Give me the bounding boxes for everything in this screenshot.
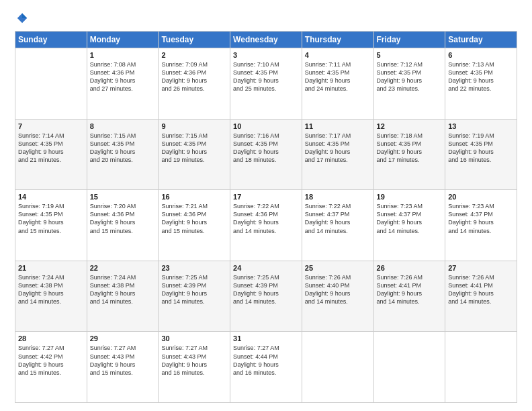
cell-info: Sunrise: 7:11 AMSunset: 4:35 PMDaylight:…: [305, 60, 371, 93]
day-number: 17: [233, 193, 299, 201]
cell-info: Sunrise: 7:16 AMSunset: 4:35 PMDaylight:…: [233, 132, 299, 165]
cell-info: Sunrise: 7:09 AMSunset: 4:36 PMDaylight:…: [161, 60, 227, 93]
cell-info: Sunrise: 7:15 AMSunset: 4:35 PMDaylight:…: [90, 132, 156, 165]
cell-info: Sunrise: 7:14 AMSunset: 4:35 PMDaylight:…: [18, 132, 84, 165]
day-number: 30: [161, 334, 227, 342]
calendar-day-header: Thursday: [302, 32, 373, 48]
calendar-day-header: Friday: [373, 32, 445, 48]
calendar-week-row: 7Sunrise: 7:14 AMSunset: 4:35 PMDaylight…: [15, 119, 517, 190]
calendar-cell: [302, 332, 373, 403]
day-number: 10: [233, 122, 299, 130]
calendar-day-header: Tuesday: [159, 32, 230, 48]
calendar-cell: 14Sunrise: 7:19 AMSunset: 4:35 PMDayligh…: [15, 190, 87, 261]
day-number: 26: [377, 264, 443, 272]
calendar-cell: 28Sunrise: 7:27 AMSunset: 4:42 PMDayligh…: [15, 332, 87, 403]
day-number: 20: [448, 193, 514, 201]
calendar-cell: 8Sunrise: 7:15 AMSunset: 4:35 PMDaylight…: [87, 119, 159, 190]
day-number: 5: [377, 51, 443, 59]
cell-info: Sunrise: 7:24 AMSunset: 4:38 PMDaylight:…: [90, 273, 156, 306]
day-number: 1: [90, 51, 156, 59]
cell-info: Sunrise: 7:23 AMSunset: 4:37 PMDaylight:…: [448, 202, 514, 235]
day-number: 14: [18, 193, 84, 201]
calendar-cell: 22Sunrise: 7:24 AMSunset: 4:38 PMDayligh…: [87, 261, 159, 332]
cell-info: Sunrise: 7:18 AMSunset: 4:35 PMDaylight:…: [377, 132, 443, 165]
calendar-cell: 4Sunrise: 7:11 AMSunset: 4:35 PMDaylight…: [302, 48, 373, 120]
calendar-header-row: SundayMondayTuesdayWednesdayThursdayFrid…: [15, 32, 517, 48]
day-number: 6: [448, 51, 514, 59]
day-number: 29: [90, 334, 156, 342]
page: SundayMondayTuesdayWednesdayThursdayFrid…: [0, 0, 532, 411]
cell-info: Sunrise: 7:27 AMSunset: 4:43 PMDaylight:…: [90, 344, 156, 377]
cell-info: Sunrise: 7:22 AMSunset: 4:36 PMDaylight:…: [233, 202, 299, 235]
calendar-cell: 13Sunrise: 7:19 AMSunset: 4:35 PMDayligh…: [445, 119, 517, 190]
calendar-week-row: 28Sunrise: 7:27 AMSunset: 4:42 PMDayligh…: [15, 332, 517, 403]
logo-icon: [16, 12, 28, 24]
day-number: 4: [305, 51, 371, 59]
header: [15, 12, 517, 24]
cell-info: Sunrise: 7:27 AMSunset: 4:44 PMDaylight:…: [233, 344, 299, 377]
calendar-cell: 5Sunrise: 7:12 AMSunset: 4:35 PMDaylight…: [373, 48, 445, 120]
day-number: 2: [161, 51, 227, 59]
cell-info: Sunrise: 7:26 AMSunset: 4:41 PMDaylight:…: [448, 273, 514, 306]
cell-info: Sunrise: 7:27 AMSunset: 4:43 PMDaylight:…: [161, 344, 227, 377]
day-number: 9: [161, 122, 227, 130]
calendar-cell: 23Sunrise: 7:25 AMSunset: 4:39 PMDayligh…: [159, 261, 230, 332]
calendar-cell: 7Sunrise: 7:14 AMSunset: 4:35 PMDaylight…: [15, 119, 87, 190]
calendar-cell: 27Sunrise: 7:26 AMSunset: 4:41 PMDayligh…: [445, 261, 517, 332]
calendar-cell: 25Sunrise: 7:26 AMSunset: 4:40 PMDayligh…: [302, 261, 373, 332]
day-number: 27: [448, 264, 514, 272]
calendar-cell: 15Sunrise: 7:20 AMSunset: 4:36 PMDayligh…: [87, 190, 159, 261]
calendar-cell: 6Sunrise: 7:13 AMSunset: 4:35 PMDaylight…: [445, 48, 517, 120]
cell-info: Sunrise: 7:12 AMSunset: 4:35 PMDaylight:…: [377, 60, 443, 93]
calendar-cell: 3Sunrise: 7:10 AMSunset: 4:35 PMDaylight…: [230, 48, 302, 120]
calendar-day-header: Wednesday: [230, 32, 302, 48]
day-number: 16: [161, 193, 227, 201]
day-number: 31: [233, 334, 299, 342]
calendar-cell: 16Sunrise: 7:21 AMSunset: 4:36 PMDayligh…: [159, 190, 230, 261]
day-number: 12: [377, 122, 443, 130]
calendar-cell: 19Sunrise: 7:23 AMSunset: 4:37 PMDayligh…: [373, 190, 445, 261]
cell-info: Sunrise: 7:25 AMSunset: 4:39 PMDaylight:…: [161, 273, 227, 306]
cell-info: Sunrise: 7:19 AMSunset: 4:35 PMDaylight:…: [18, 202, 84, 235]
cell-info: Sunrise: 7:10 AMSunset: 4:35 PMDaylight:…: [233, 60, 299, 93]
calendar-cell: 10Sunrise: 7:16 AMSunset: 4:35 PMDayligh…: [230, 119, 302, 190]
day-number: 25: [305, 264, 371, 272]
day-number: 24: [233, 264, 299, 272]
day-number: 15: [90, 193, 156, 201]
calendar-cell: [373, 332, 445, 403]
cell-info: Sunrise: 7:25 AMSunset: 4:39 PMDaylight:…: [233, 273, 299, 306]
cell-info: Sunrise: 7:21 AMSunset: 4:36 PMDaylight:…: [161, 202, 227, 235]
cell-info: Sunrise: 7:23 AMSunset: 4:37 PMDaylight:…: [377, 202, 443, 235]
day-number: 3: [233, 51, 299, 59]
day-number: 8: [90, 122, 156, 130]
calendar-cell: 2Sunrise: 7:09 AMSunset: 4:36 PMDaylight…: [159, 48, 230, 120]
calendar-cell: 18Sunrise: 7:22 AMSunset: 4:37 PMDayligh…: [302, 190, 373, 261]
logo: [15, 12, 28, 24]
day-number: 19: [377, 193, 443, 201]
day-number: 18: [305, 193, 371, 201]
cell-info: Sunrise: 7:27 AMSunset: 4:42 PMDaylight:…: [18, 344, 84, 377]
calendar-cell: 29Sunrise: 7:27 AMSunset: 4:43 PMDayligh…: [87, 332, 159, 403]
cell-info: Sunrise: 7:19 AMSunset: 4:35 PMDaylight:…: [448, 132, 514, 165]
cell-info: Sunrise: 7:26 AMSunset: 4:40 PMDaylight:…: [305, 273, 371, 306]
cell-info: Sunrise: 7:15 AMSunset: 4:35 PMDaylight:…: [161, 132, 227, 165]
cell-info: Sunrise: 7:20 AMSunset: 4:36 PMDaylight:…: [90, 202, 156, 235]
calendar-cell: 26Sunrise: 7:26 AMSunset: 4:41 PMDayligh…: [373, 261, 445, 332]
cell-info: Sunrise: 7:17 AMSunset: 4:35 PMDaylight:…: [305, 132, 371, 165]
cell-info: Sunrise: 7:08 AMSunset: 4:36 PMDaylight:…: [90, 60, 156, 93]
cell-info: Sunrise: 7:22 AMSunset: 4:37 PMDaylight:…: [305, 202, 371, 235]
calendar-cell: 31Sunrise: 7:27 AMSunset: 4:44 PMDayligh…: [230, 332, 302, 403]
calendar-cell: 9Sunrise: 7:15 AMSunset: 4:35 PMDaylight…: [159, 119, 230, 190]
svg-marker-1: [22, 13, 27, 18]
calendar-cell: 17Sunrise: 7:22 AMSunset: 4:36 PMDayligh…: [230, 190, 302, 261]
calendar-day-header: Monday: [87, 32, 159, 48]
calendar-table: SundayMondayTuesdayWednesdayThursdayFrid…: [15, 31, 517, 403]
calendar-cell: 12Sunrise: 7:18 AMSunset: 4:35 PMDayligh…: [373, 119, 445, 190]
cell-info: Sunrise: 7:26 AMSunset: 4:41 PMDaylight:…: [377, 273, 443, 306]
day-number: 7: [18, 122, 84, 130]
day-number: 22: [90, 264, 156, 272]
calendar-cell: [445, 332, 517, 403]
calendar-cell: [15, 48, 87, 120]
cell-info: Sunrise: 7:13 AMSunset: 4:35 PMDaylight:…: [448, 60, 514, 93]
calendar-day-header: Saturday: [445, 32, 517, 48]
